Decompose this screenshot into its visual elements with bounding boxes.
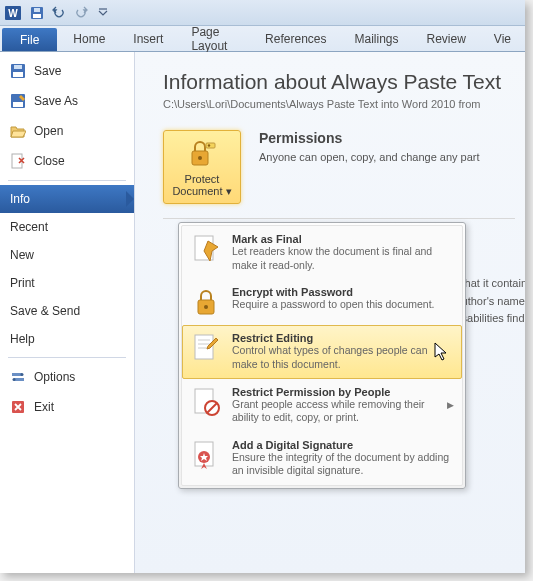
document-path: C:\Users\Lori\Documents\Always Paste Tex… <box>163 98 515 110</box>
page-title: Information about Always Paste Text <box>163 70 515 94</box>
options-icon <box>10 369 26 385</box>
sidebar-item-recent[interactable]: Recent <box>0 213 134 241</box>
backstage-sidebar: Save Save As Open Close Info Recent New … <box>0 52 135 573</box>
sidebar-label: Info <box>10 192 30 206</box>
menu-desc: Let readers know the document is final a… <box>232 245 454 272</box>
tab-insert[interactable]: Insert <box>119 26 177 51</box>
sidebar-item-save[interactable]: Save <box>0 56 134 86</box>
lock-shield-icon <box>186 137 218 169</box>
submenu-arrow-icon: ▶ <box>447 400 454 410</box>
menu-desc: Grant people access while removing their… <box>232 398 437 425</box>
signature-icon <box>190 439 222 471</box>
save-icon <box>10 63 26 79</box>
sidebar-item-help[interactable]: Help <box>0 325 134 353</box>
svg-point-15 <box>13 378 16 381</box>
menu-title: Add a Digital Signature <box>232 439 454 451</box>
svg-rect-8 <box>14 65 22 69</box>
permissions-title: Permissions <box>259 130 515 146</box>
sidebar-item-exit[interactable]: Exit <box>0 392 134 422</box>
menu-item-encrypt[interactable]: Encrypt with PasswordRequire a password … <box>182 279 462 325</box>
sidebar-label: Options <box>34 370 75 384</box>
tab-references[interactable]: References <box>251 26 340 51</box>
svg-rect-7 <box>13 72 23 77</box>
tab-page-layout[interactable]: Page Layout <box>177 26 251 51</box>
exit-icon <box>10 399 26 415</box>
title-bar: W <box>0 0 525 26</box>
menu-title: Restrict Permission by People <box>232 386 437 398</box>
sidebar-item-info[interactable]: Info <box>0 185 134 213</box>
close-icon <box>10 153 26 169</box>
qat-undo-button[interactable] <box>49 3 69 23</box>
menu-title: Encrypt with Password <box>232 286 454 298</box>
sidebar-item-new[interactable]: New <box>0 241 134 269</box>
sidebar-item-print[interactable]: Print <box>0 269 134 297</box>
menu-item-digital-signature[interactable]: Add a Digital SignatureEnsure the integr… <box>182 432 462 485</box>
sidebar-label: Recent <box>10 220 48 234</box>
tab-view[interactable]: Vie <box>480 26 525 51</box>
menu-item-restrict-editing[interactable]: Restrict EditingControl what types of ch… <box>182 325 462 378</box>
menu-desc: Control what types of changes people can… <box>232 344 454 371</box>
tab-review[interactable]: Review <box>413 26 480 51</box>
menu-title: Mark as Final <box>232 233 454 245</box>
menu-title: Restrict Editing <box>232 332 454 344</box>
sidebar-item-save-as[interactable]: Save As <box>0 86 134 116</box>
svg-rect-4 <box>34 8 40 12</box>
sidebar-label: Print <box>10 276 35 290</box>
open-icon <box>10 123 26 139</box>
svg-rect-19 <box>206 143 215 148</box>
sidebar-label: Save As <box>34 94 78 108</box>
restrict-editing-icon <box>190 332 222 364</box>
tab-mailings[interactable]: Mailings <box>340 26 412 51</box>
tab-home[interactable]: Home <box>59 26 119 51</box>
restrict-people-icon <box>190 386 222 418</box>
svg-point-14 <box>21 373 24 376</box>
sidebar-label: Open <box>34 124 63 138</box>
qat-customize-dropdown[interactable] <box>93 3 113 23</box>
sidebar-label: New <box>10 248 34 262</box>
tab-file[interactable]: File <box>2 28 57 51</box>
protect-document-menu: Mark as FinalLet readers know the docume… <box>178 222 466 489</box>
sidebar-label: Close <box>34 154 65 168</box>
svg-point-18 <box>198 156 202 160</box>
sidebar-label: Save & Send <box>10 304 80 318</box>
mark-final-icon <box>190 233 222 265</box>
sidebar-label: Exit <box>34 400 54 414</box>
word-app-icon: W <box>4 4 22 22</box>
svg-rect-3 <box>33 14 41 18</box>
permissions-text: Anyone can open, copy, and change any pa… <box>259 150 515 165</box>
sidebar-item-open[interactable]: Open <box>0 116 134 146</box>
button-label: Protect Document ▾ <box>168 173 236 198</box>
lock-icon <box>190 286 222 318</box>
ribbon-tabs: File Home Insert Page Layout References … <box>0 26 525 52</box>
protect-document-button[interactable]: Protect Document ▾ <box>163 130 241 204</box>
save-as-icon <box>10 93 26 109</box>
svg-point-20 <box>208 144 210 146</box>
menu-desc: Require a password to open this document… <box>232 298 454 312</box>
sidebar-item-options[interactable]: Options <box>0 362 134 392</box>
sidebar-label: Save <box>34 64 61 78</box>
svg-rect-10 <box>13 102 23 107</box>
permissions-section: Protect Document ▾ Permissions Anyone ca… <box>163 130 515 219</box>
sidebar-item-save-send[interactable]: Save & Send <box>0 297 134 325</box>
sidebar-label: Help <box>10 332 35 346</box>
menu-item-mark-as-final[interactable]: Mark as FinalLet readers know the docume… <box>182 226 462 279</box>
menu-desc: Ensure the integrity of the document by … <box>232 451 454 478</box>
svg-text:W: W <box>8 8 18 19</box>
svg-point-23 <box>204 305 208 309</box>
sidebar-item-close[interactable]: Close <box>0 146 134 176</box>
menu-item-restrict-people[interactable]: Restrict Permission by PeopleGrant peopl… <box>182 379 462 432</box>
bg-text: that it containuthor's namesabilities fi… <box>462 275 525 328</box>
qat-save-button[interactable] <box>27 3 47 23</box>
qat-redo-button[interactable] <box>71 3 91 23</box>
mouse-cursor-icon <box>434 342 450 362</box>
